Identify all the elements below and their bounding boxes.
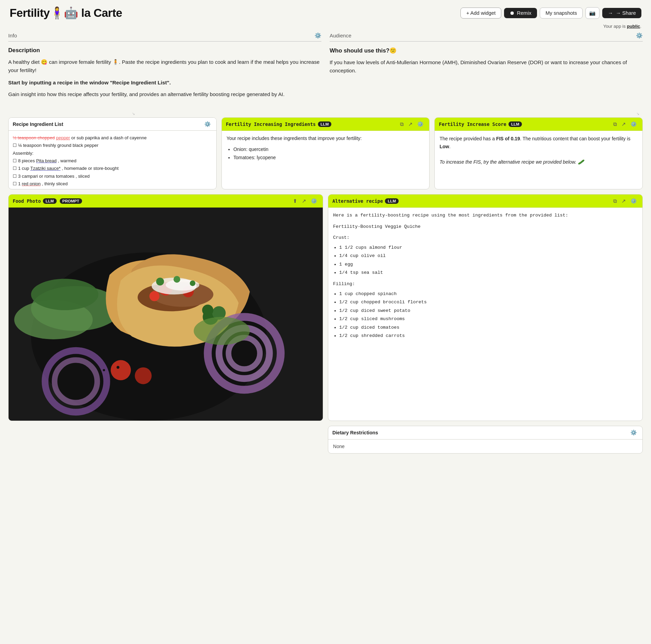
app-header: Fertility🧍‍♀️🤖 la Carte + Add widget ⏺ R… — [0, 0, 651, 23]
dietary-title: Dietary Restrictions — [332, 430, 378, 435]
info-panel: Info ⚙️ Description A healthy diet 😋 can… — [8, 32, 321, 103]
share-button[interactable]: → → Share — [602, 8, 641, 18]
dietary-body: None — [328, 440, 642, 453]
audience-panel: Audience ⚙️ Who should use this?😕 If you… — [330, 32, 643, 103]
recipe-settings-icon[interactable]: ⚙️ — [203, 120, 212, 128]
widgets-row-2: Food Photo LLM PROMPT ⬆ ↗ ⚙️ — [8, 194, 643, 421]
audience-settings-icon[interactable]: ⚙️ — [636, 32, 643, 39]
recipe-widget-header: Recipe Ingredient List ⚙️ — [9, 118, 216, 131]
food-photo-actions: ⬆ ↗ ⚙️ — [292, 197, 319, 205]
description-heading: Description — [8, 47, 321, 54]
svg-point-26 — [108, 363, 111, 366]
food-photo-widget: Food Photo LLM PROMPT ⬆ ↗ ⚙️ — [8, 194, 323, 421]
food-photo-prompt-badge: PROMPT — [60, 198, 82, 204]
info-section-title: Info — [8, 33, 17, 38]
ingredient-line-2: ☐ ¼ teaspoon freshly ground black pepper — [13, 142, 212, 149]
fis-copy-icon[interactable]: ⧉ — [612, 120, 618, 128]
alt-recipe-settings-icon[interactable]: ⚙️ — [629, 197, 638, 205]
crust-item-2: 1/4 cup olive oil — [339, 252, 638, 260]
alt-recipe-filling-list: 1 cup chopped spinach 1/2 cup chopped br… — [339, 290, 638, 338]
food-photo-upload-icon[interactable]: ⬆ — [292, 197, 299, 205]
record-icon: ⏺ — [510, 10, 515, 16]
audience-section-header: Audience ⚙️ — [330, 32, 643, 42]
fertility-ingredients-title-group: Fertility Increasing Ingredients LLM — [226, 121, 333, 127]
fi-share-icon[interactable]: ↗ — [407, 120, 414, 128]
svg-point-24 — [202, 305, 214, 316]
fis-widget-actions: ⧉ ↗ ⚙️ — [612, 120, 638, 128]
fi-item-1: Onion: quercetin — [233, 146, 425, 153]
resize-row-1: ↘ ↘ — [8, 112, 643, 116]
alt-recipe-body[interactable]: Here is a fertility-boosting recipe usin… — [328, 208, 642, 338]
remix-button[interactable]: ⏺ Remix — [504, 8, 537, 18]
logo-text-fertility: Fertility — [10, 7, 50, 19]
ingredient-line-3: ☐ 8 pieces Pita bread , warmed — [13, 157, 212, 165]
food-photo-settings-icon[interactable]: ⚙️ — [309, 197, 319, 205]
camera-icon: 📷 — [589, 10, 596, 16]
dietary-row: Dietary Restrictions ⚙️ None — [8, 426, 643, 454]
logo-emoji1: 🧍‍♀️🤖 — [50, 7, 78, 19]
fertility-score-header: Fertility Increase Score LLM ⧉ ↗ ⚙️ — [435, 118, 642, 131]
food-photo-header: Food Photo LLM PROMPT ⬆ ↗ ⚙️ — [9, 195, 323, 208]
fis-settings-icon[interactable]: ⚙️ — [629, 120, 638, 128]
filling-item-6: 1/2 cup shredded carrots — [339, 332, 638, 338]
recipe-widget-body[interactable]: ½ teaspoon chopped pepper or sub paprika… — [9, 131, 216, 189]
fi-ingredients-list: Onion: quercetin Tomatoes: lycopene — [233, 146, 425, 162]
dietary-settings-icon[interactable]: ⚙️ — [629, 429, 638, 436]
fertility-score-widget: Fertility Increase Score LLM ⧉ ↗ ⚙️ The … — [434, 117, 643, 189]
recipe-widget-title: Recipe Ingredient List — [13, 121, 63, 127]
crust-item-1: 1 1/2 cups almond flour — [339, 244, 638, 252]
info-settings-icon[interactable]: ⚙️ — [315, 32, 321, 39]
camera-button[interactable]: 📷 — [585, 7, 599, 19]
food-photo-title: Food Photo — [13, 198, 41, 204]
filling-item-5: 1/2 cup diced tomatoes — [339, 324, 638, 332]
snapshots-button[interactable]: My snapshots — [540, 8, 583, 19]
ingredient-line-assembly: Assembly: — [13, 150, 212, 157]
fi-intro-text: Your recipe includes these ingredients t… — [227, 135, 425, 142]
crust-item-4: 1/4 tsp sea salt — [339, 269, 638, 277]
svg-point-28 — [103, 369, 105, 372]
svg-point-12 — [156, 278, 164, 285]
filling-item-4: 1/2 cup sliced mushrooms — [339, 315, 638, 323]
dietary-header: Dietary Restrictions ⚙️ — [328, 426, 642, 440]
svg-point-25 — [194, 317, 250, 345]
alt-recipe-share-icon[interactable]: ↗ — [620, 197, 627, 205]
fi-copy-icon[interactable]: ⧉ — [399, 120, 405, 128]
fis-text-p2: To increase the FIS, try the alternative… — [439, 158, 638, 166]
public-link[interactable]: public — [627, 24, 640, 29]
alt-recipe-filling-label: Filling: — [333, 280, 638, 288]
llm-badge-fi: LLM — [318, 121, 332, 127]
alt-recipe-header: Alternative recipe LLM ⧉ ↗ ⚙️ — [328, 195, 642, 208]
filling-item-2: 1/2 cup chopped broccoli florets — [339, 298, 638, 306]
audience-section-title: Audience — [330, 33, 351, 38]
fertility-ingredients-header: Fertility Increasing Ingredients LLM ⧉ ↗… — [222, 118, 430, 131]
ingredient-line-7: ☐ 1 romaine heart , finely chopped — [13, 188, 212, 189]
resize-handle-left[interactable]: ↘ — [132, 112, 135, 116]
food-photo-share-icon[interactable]: ↗ — [300, 197, 308, 205]
dietary-widget: Dietary Restrictions ⚙️ None — [328, 426, 643, 454]
svg-point-13 — [173, 276, 180, 283]
add-widget-button[interactable]: + Add widget — [460, 8, 502, 19]
fis-text-p1: The recipe provided has a FIS of 0.19. T… — [439, 135, 638, 151]
fi-widget-body: Your recipe includes these ingredients t… — [222, 131, 430, 189]
svg-point-21 — [135, 367, 152, 384]
fi-settings-icon[interactable]: ⚙️ — [416, 120, 425, 128]
crust-item-3: 1 egg — [339, 261, 638, 269]
fis-share-icon[interactable]: ↗ — [620, 120, 627, 128]
alt-recipe-llm-badge: LLM — [385, 198, 399, 204]
main-content: Info ⚙️ Description A healthy diet 😋 can… — [0, 29, 651, 462]
fi-widget-actions: ⧉ ↗ ⚙️ — [399, 120, 425, 128]
alt-recipe-copy-icon[interactable]: ⧉ — [612, 197, 618, 205]
ingredient-line-5: ☐ 3 campari or roma tomatoes , sliced — [13, 173, 212, 180]
alt-recipe-intro: Here is a fertility-boosting recipe usin… — [333, 212, 638, 220]
alt-recipe-crust-label: Crust: — [333, 234, 638, 242]
public-status: Your app is public. — [0, 24, 651, 29]
svg-point-27 — [117, 366, 119, 369]
ingredient-line-6: ☐ 1 red onion , thinly sliced — [13, 180, 212, 188]
alt-recipe-title-group: Alternative recipe LLM — [332, 198, 400, 204]
fertility-score-title-group: Fertility Increase Score LLM — [439, 121, 523, 127]
fertility-ingredients-widget: Fertility Increasing Ingredients LLM ⧉ ↗… — [221, 117, 430, 189]
food-photo-svg — [9, 208, 323, 421]
resize-handle-right[interactable]: ↘ — [636, 112, 639, 116]
food-photo-image — [9, 208, 323, 421]
food-photo-title-group: Food Photo LLM PROMPT — [13, 198, 83, 204]
